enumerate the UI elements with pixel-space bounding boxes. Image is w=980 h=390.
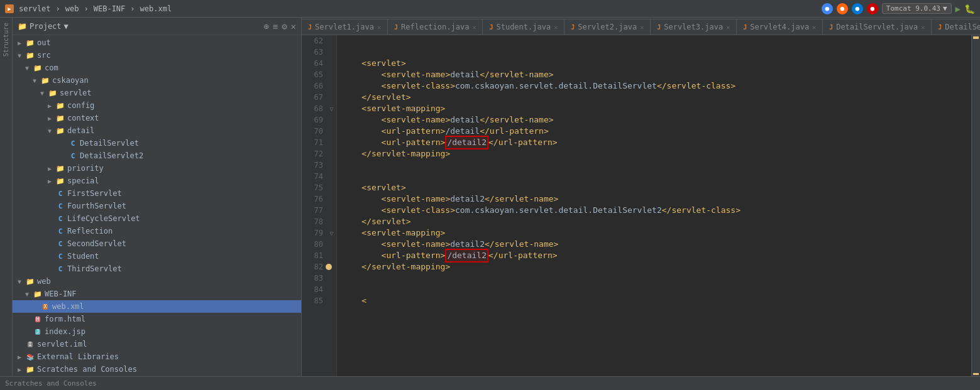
tree-item-web[interactable]: ▼ 📁 web: [13, 275, 301, 288]
close-tab-reflection[interactable]: ✕: [472, 24, 476, 31]
close-tab-student[interactable]: ✕: [554, 24, 558, 31]
tree-item-servletiml[interactable]: I servlet.iml: [13, 338, 301, 350]
settings-icon[interactable]: ⚙: [282, 21, 287, 31]
firefox-icon[interactable]: ●: [837, 3, 848, 14]
code-line-80: <servlet-name>detail2</servlet-name>: [342, 239, 966, 250]
xml-t-76: servlet-name: [386, 193, 445, 205]
tab-servlet4[interactable]: J Servlet4.java ✕: [737, 19, 823, 35]
html-file-icon: H: [33, 314, 43, 324]
tree-item-servlet-folder[interactable]: ▼ 📁 servlet: [13, 87, 301, 99]
tree-item-src[interactable]: ▼ 📁 src: [13, 49, 301, 62]
tab-servlet3[interactable]: J Servlet3.java ✕: [651, 19, 737, 35]
tree-item-cskaoyan[interactable]: ▼ 📁 cskaoyan: [13, 74, 301, 87]
tab-detailservlet[interactable]: J DetailServlet.java ✕: [823, 19, 932, 35]
xml-et-69: servlet-name: [490, 114, 549, 126]
tree-item-scratches[interactable]: ▶ 📁 Scratches and Consoles: [13, 363, 301, 376]
gutter-68-fold[interactable]: ▽: [327, 103, 336, 114]
gutter-83: [327, 273, 336, 284]
tree-item-fourthservlet[interactable]: C FourthServlet: [13, 200, 301, 212]
tree-item-special[interactable]: ▶ 📁 special: [13, 175, 301, 187]
tree-item-com[interactable]: ▼ 📁 com: [13, 62, 301, 74]
code-line-65: <servlet-name>detail</servlet-name>: [342, 69, 966, 80]
tab-detailservlet2[interactable]: J DetailServlet2.java ✕: [932, 19, 980, 35]
tree-item-lifecycleservlet[interactable]: C LifeCycleServlet: [13, 212, 301, 225]
xml-txt-66: com.cskaoyan.servlet.detail.DetailServle…: [455, 80, 657, 92]
tree-item-context[interactable]: ▶ 📁 context: [13, 112, 301, 124]
code-line-69: <servlet-name>detail</servlet-name>: [342, 114, 966, 126]
folder-icon: 📁: [55, 113, 65, 123]
panel-dropdown-icon[interactable]: ▼: [64, 22, 69, 31]
xml-c-68: >: [441, 103, 446, 114]
tree-item-secondservlet[interactable]: C SecondServlet: [13, 237, 301, 250]
xml-t-80: servlet-name: [386, 239, 445, 250]
tab-servlet2[interactable]: J Servlet2.java ✕: [564, 19, 651, 35]
tree-label-web: web: [37, 277, 51, 286]
structure-label[interactable]: Structure: [1, 20, 11, 59]
code-line-77: <servlet-class>com.cskaoyan.servlet.deta…: [342, 205, 966, 216]
tree-item-firstservlet[interactable]: C FirstServlet: [13, 187, 301, 200]
chrome-icon[interactable]: ●: [822, 3, 833, 14]
java-tab-icon: J: [308, 24, 312, 31]
line-num-76: 76: [302, 193, 323, 205]
xml-ecb-69: >: [549, 114, 554, 126]
tomcat-config[interactable]: Tomcat 9.0.43 ▼: [882, 3, 952, 14]
close-panel-icon[interactable]: ✕: [291, 21, 296, 31]
tree-item-webxml[interactable]: X web.xml: [13, 300, 301, 313]
gutter-77: [327, 205, 336, 216]
close-tab-servlet4[interactable]: ✕: [812, 24, 816, 31]
folder-icon: 📁: [55, 100, 65, 111]
tab-servlet1[interactable]: J Servlet1.java ✕: [302, 19, 388, 35]
editor-content: 62 63 64 65 66 67 68 69 70 71 72 73 74 7…: [302, 35, 980, 376]
tree-item-config[interactable]: ▶ 📁 config: [13, 99, 301, 112]
xml-tag-64: servlet: [366, 58, 401, 69]
tree-label-com: com: [45, 63, 58, 72]
xml-et-81: url-pattern: [498, 250, 553, 261]
tree-item-indexjsp[interactable]: J index.jsp: [13, 325, 301, 338]
tree-item-detailservlet[interactable]: C DetailServlet: [13, 137, 301, 149]
tree-item-priority[interactable]: ▶ 📁 priority: [13, 162, 301, 175]
tree-label-servlet: servlet: [60, 89, 92, 97]
gutter-72: [327, 148, 336, 160]
close-tab-detailservlet[interactable]: ✕: [921, 24, 925, 31]
lib-icon: 📚: [25, 352, 35, 362]
gutter-74: [327, 171, 336, 182]
code-area[interactable]: <servlet> <servlet-name>detail</servlet-…: [337, 35, 971, 376]
tree-item-detailservlet2[interactable]: C DetailServlet2: [13, 149, 301, 162]
tree-item-thirdservlet[interactable]: C ThirdServlet: [13, 263, 301, 275]
xml-b-67: </: [342, 92, 372, 103]
xml-ec-65: </: [480, 69, 490, 80]
tree-label-indexjsp: index.jsp: [45, 327, 85, 336]
xml-t-82: servlet-mapping: [372, 261, 445, 273]
close-tab-servlet1[interactable]: ✕: [377, 24, 381, 31]
ie-icon[interactable]: ●: [867, 3, 878, 14]
line-num-79: 79: [302, 227, 323, 239]
locate-icon[interactable]: ⊕: [263, 21, 268, 31]
collapse-all-icon[interactable]: ≡: [273, 21, 278, 31]
debug-button[interactable]: 🐛: [964, 4, 975, 14]
xml-et-77: servlet-class: [671, 205, 735, 216]
xml-b-82: </: [342, 261, 372, 273]
close-tab-servlet2[interactable]: ✕: [640, 24, 644, 31]
tree-item-out[interactable]: ▶ 📁 out: [13, 36, 301, 49]
close-tab-servlet3[interactable]: ✕: [726, 24, 730, 31]
tab-reflection[interactable]: J Reflection.java ✕: [388, 19, 483, 35]
tree-item-formhtml[interactable]: H form.html: [13, 313, 301, 325]
project-tree: ▶ 📁 out ▼ 📁 src ▼ 📁 com ▼ �: [13, 35, 301, 376]
tree-item-student[interactable]: C Student: [13, 250, 301, 263]
bottom-scratches-label[interactable]: Scratches and Consoles: [5, 379, 97, 387]
tree-item-webinf[interactable]: ▼ 📁 WEB-INF: [13, 288, 301, 300]
line-num-73: 73: [302, 160, 323, 171]
gutter-71: [327, 137, 336, 148]
xml-ec-71: </: [488, 137, 498, 148]
tree-item-extlibs[interactable]: ▶ 📚 External Libraries: [13, 350, 301, 363]
gutter-85: [327, 295, 336, 306]
tree-item-detail[interactable]: ▼ 📁 detail: [13, 124, 301, 137]
gutter-66: [327, 80, 336, 92]
tree-item-reflection[interactable]: C Reflection: [13, 225, 301, 237]
run-button[interactable]: ▶: [955, 4, 961, 14]
edge-icon[interactable]: ●: [852, 3, 863, 14]
gutter-79-fold[interactable]: ▽: [327, 227, 336, 239]
tab-student[interactable]: J Student.java ✕: [483, 19, 564, 35]
gutter-64: [327, 58, 336, 69]
tree-label-reflection: Reflection: [67, 227, 113, 236]
